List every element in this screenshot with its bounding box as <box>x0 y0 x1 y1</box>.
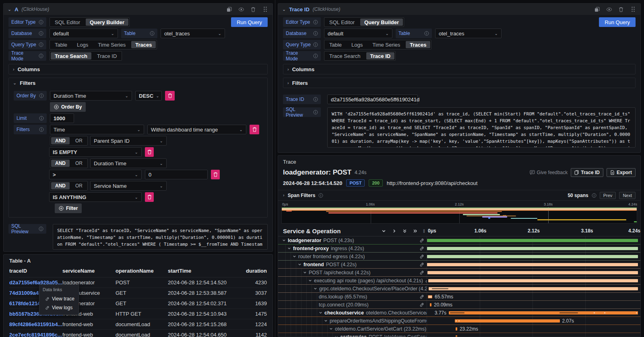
next-span-button[interactable]: Next <box>619 192 636 199</box>
trace-minimap[interactable]: 0μs1.06s2.12s3.18s4.24s <box>281 202 637 224</box>
filter-field-select[interactable]: Parent Span ID⌄ <box>90 136 167 146</box>
span-row[interactable]: tcp.connect (20.09ms)20.09ms <box>278 301 640 309</box>
span-name-cell[interactable]: prepareOrderItemsAndShippingQuoteFromCar… <box>278 317 427 325</box>
span-name-cell[interactable]: dns.lookup (65.57ms) <box>278 293 427 300</box>
span-name-cell[interactable]: frontend-proxyingress (4.22s) <box>278 245 427 252</box>
column-header[interactable]: serviceName <box>62 268 116 274</box>
span-name-cell[interactable]: grpc.oteldemo.CheckoutService/PlaceOrder… <box>278 285 427 292</box>
columns-section-header[interactable]: ›Columns <box>9 64 267 74</box>
delete-query-trash-icon[interactable] <box>618 6 624 12</box>
filter-time-field-select[interactable]: Time⌄ <box>50 125 144 134</box>
query-type-timeseries[interactable]: Time Series <box>367 40 405 49</box>
span-bar-cell[interactable] <box>427 245 638 252</box>
info-icon[interactable] <box>39 20 43 25</box>
column-header[interactable]: duration <box>240 268 267 274</box>
span-name-cell[interactable]: router frontend egress (4.22s) <box>278 253 427 260</box>
order-by-field-select[interactable]: Duration Time⌄ <box>50 91 132 101</box>
span-name-cell[interactable]: oteldemo.CartService/GetCart (23.22ms) <box>278 325 427 333</box>
span-bar-cell[interactable]: 23.22ms <box>427 325 638 333</box>
span-bar[interactable] <box>428 279 638 282</box>
trace-search-option[interactable]: Trace Search <box>51 52 91 60</box>
span-row[interactable]: prepareOrderItemsAndShippingQuoteFromCar… <box>278 317 640 325</box>
span-bar-cell[interactable] <box>427 269 638 276</box>
filters-section-header[interactable]: ⌄Filters <box>9 78 267 88</box>
pane-divider[interactable] <box>275 0 275 337</box>
column-header[interactable]: traceID <box>9 268 62 274</box>
query-type-traces[interactable]: Traces <box>131 41 156 48</box>
filter-field-select[interactable]: Service Name⌄ <box>90 181 167 191</box>
info-icon[interactable] <box>313 110 318 115</box>
span-link-icon[interactable] <box>419 294 427 299</box>
info-icon[interactable] <box>39 127 44 132</box>
columns-section-header[interactable]: ›Columns <box>283 64 635 74</box>
query-inspector-button[interactable]: Query inspector <box>324 152 376 153</box>
drag-handle-icon[interactable] <box>262 6 268 12</box>
span-filters-label[interactable]: Span Filters <box>288 193 316 198</box>
span-collapse-chevron-icon[interactable] <box>298 263 301 266</box>
info-icon[interactable] <box>313 31 318 36</box>
info-icon[interactable] <box>39 53 43 58</box>
trace-id-option[interactable]: Trace ID <box>366 52 395 60</box>
remove-filter-button[interactable] <box>211 170 220 179</box>
span-bar[interactable] <box>455 319 559 323</box>
span-bar-cell[interactable] <box>427 285 638 292</box>
span-link-icon[interactable] <box>419 302 427 307</box>
span-row[interactable]: router frontend egress (4.22s) <box>278 253 640 261</box>
span-collapse-chevron-icon[interactable] <box>334 335 338 337</box>
or-option[interactable]: OR <box>70 181 87 190</box>
span-row[interactable]: grpc.oteldemo.CheckoutService/PlaceOrder… <box>278 285 640 293</box>
table-select[interactable]: otel_traces⌄ <box>161 29 225 38</box>
span-collapse-chevron-icon[interactable] <box>293 255 296 258</box>
prev-span-button[interactable]: Prev <box>600 192 616 199</box>
and-option[interactable]: AND <box>51 160 70 167</box>
trace-id-input[interactable]: d2a7155ef6a928a05680e5ff6190241d <box>327 95 418 104</box>
query-builder-option[interactable]: Query Builder <box>360 18 403 26</box>
filter-operator-select[interactable]: IS ANYTHING⌄ <box>49 192 142 202</box>
info-icon[interactable] <box>318 193 323 198</box>
span-bar[interactable] <box>427 255 638 258</box>
query-builder-option[interactable]: Query Builder <box>86 18 128 26</box>
expand-one-icon[interactable] <box>391 228 397 234</box>
trace-search-option[interactable]: Trace Search <box>324 51 365 60</box>
query-type-traces[interactable]: Traces <box>406 41 430 48</box>
info-icon[interactable] <box>592 193 597 198</box>
span-collapse-chevron-icon[interactable] <box>287 247 291 250</box>
span-bar[interactable] <box>429 287 638 290</box>
export-button[interactable]: Export <box>607 168 636 177</box>
column-header[interactable]: operationName <box>116 268 168 274</box>
span-bar[interactable] <box>449 311 638 314</box>
span-row[interactable]: frontendPOST (4.22s) <box>278 261 640 269</box>
span-bar-cell[interactable]: 2.07s <box>427 317 638 325</box>
span-name-cell[interactable]: tcp.connect (20.09ms) <box>278 301 427 308</box>
span-bar[interactable] <box>456 327 457 331</box>
and-option[interactable]: AND <box>51 182 70 189</box>
span-link-icon[interactable] <box>419 254 427 259</box>
duplicate-icon[interactable] <box>226 6 232 12</box>
query-type-table[interactable]: Table <box>324 40 347 49</box>
info-icon[interactable] <box>39 93 44 98</box>
span-filters-chevron-icon[interactable]: › <box>283 193 285 197</box>
info-icon[interactable] <box>39 31 43 36</box>
filter-operator-select[interactable]: >⌄ <box>49 170 142 179</box>
info-icon[interactable] <box>39 42 43 47</box>
span-collapse-chevron-icon[interactable] <box>319 311 322 314</box>
filter-field-select[interactable]: Duration Time⌄ <box>90 158 167 168</box>
order-by-direction-select[interactable]: DESC⌄ <box>135 91 162 101</box>
drag-handle-icon[interactable] <box>630 6 636 12</box>
span-row[interactable]: frontend-proxyingress (4.22s) <box>278 245 640 253</box>
trace-id-option[interactable]: Trace ID <box>92 51 122 60</box>
database-select[interactable]: default⌄ <box>50 29 118 38</box>
trace-id-button[interactable]: Trace ID <box>571 168 603 177</box>
duplicate-icon[interactable] <box>594 6 600 12</box>
add-filter-button[interactable]: Filter <box>55 203 82 213</box>
hide-response-eye-icon[interactable] <box>238 6 244 12</box>
give-feedback-link[interactable]: Give feedback <box>530 170 568 175</box>
info-icon[interactable] <box>39 226 43 231</box>
span-bar-cell[interactable] <box>427 277 638 284</box>
sql-editor-option[interactable]: SQL Editor <box>324 18 359 27</box>
limit-input[interactable]: 1000 <box>50 113 74 123</box>
span-row[interactable]: oteldemo.CartService/GetCart (23.22ms)23… <box>278 325 640 333</box>
info-icon[interactable] <box>424 31 429 36</box>
span-link-icon[interactable] <box>419 262 427 267</box>
span-collapse-chevron-icon[interactable] <box>329 327 333 331</box>
